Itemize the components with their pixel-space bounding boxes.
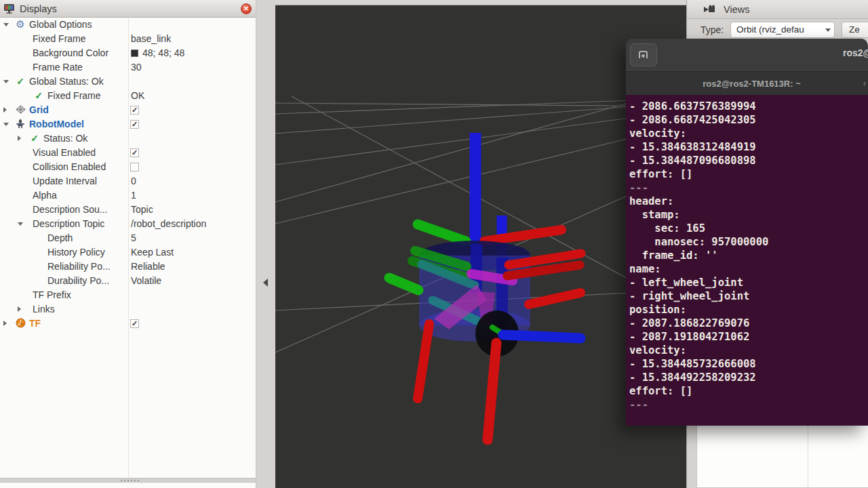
terminal-output[interactable]: - 2086.6637576389994- 2086.6687425042305… — [626, 95, 868, 426]
tree-row-frame-rate[interactable]: Frame Rate30 — [0, 60, 255, 75]
tree-row-label: Background Color — [33, 47, 108, 58]
tree-row-tf[interactable]: TF✓ — [0, 317, 255, 331]
tf-icon — [14, 318, 26, 329]
robot-model-icon — [14, 119, 26, 129]
terminal-line: effort: [] — [629, 167, 868, 181]
tree-row-update-interval[interactable]: Update Interval0 — [0, 174, 255, 188]
tree-row-label: Global Status: Ok — [29, 76, 104, 87]
views-panel-title: Views — [724, 4, 749, 15]
check-icon: ✓ — [33, 90, 45, 101]
tree-row-background-color[interactable]: Background Color48; 48; 48 — [0, 46, 255, 60]
expand-collapse-arrow-icon[interactable] — [18, 222, 23, 226]
tree-row-tf-prefix[interactable]: TF Prefix — [0, 288, 255, 302]
check-icon: ✓ — [14, 76, 26, 87]
tree-row-description-sou[interactable]: Description Sou...Topic — [0, 203, 255, 217]
terminal-line: --- — [629, 398, 868, 411]
tree-row-links[interactable]: Links — [0, 302, 255, 317]
tree-row-label: Durability Po... — [47, 275, 109, 286]
tree-row-value: 1 — [131, 190, 136, 201]
tree-row-label: Links — [33, 304, 55, 314]
tree-row-label: Reliability Po... — [47, 261, 111, 272]
terminal-line: name: — [629, 262, 868, 276]
collapse-left-arrow-icon[interactable] — [263, 279, 268, 287]
horizontal-splitter[interactable] — [0, 478, 275, 483]
tree-row-value: OK — [131, 90, 144, 101]
tree-row-value: Keep Last — [131, 247, 174, 258]
terminal-window: ros2@ ros2@ros2-TM1613R: ~ ‹ - 2086.6637… — [626, 39, 868, 426]
tree-row-fixed-frame[interactable]: ✓Fixed FrameOK — [0, 89, 255, 103]
tree-row-visual-enabled[interactable]: Visual Enabled✓ — [0, 146, 255, 160]
tree-row-value: Volatile — [131, 275, 161, 286]
zero-button[interactable]: Ze — [842, 22, 868, 38]
views-panel-header[interactable]: Views — [687, 0, 868, 19]
tree-row-label: Grid — [29, 104, 49, 115]
tree-row-robotmodel[interactable]: RobotModel✓ — [0, 117, 255, 131]
row-checkbox[interactable]: ✓ — [130, 120, 139, 129]
expand-expand-arrow-icon[interactable] — [18, 136, 21, 141]
tree-row-label: Update Interval — [33, 176, 97, 186]
tree-row-value: 5 — [131, 232, 136, 243]
expand-expand-arrow-icon[interactable] — [3, 321, 7, 326]
chevron-down-icon — [825, 28, 831, 32]
color-swatch — [131, 49, 138, 57]
tree-row-alpha[interactable]: Alpha1 — [0, 188, 255, 203]
terminal-line: - 15.384638312484919 — [629, 140, 868, 154]
tree-row-value: 48; 48; 48 — [142, 47, 184, 58]
tree-row-depth[interactable]: Depth5 — [0, 231, 255, 245]
tree-row-history-policy[interactable]: History PolicyKeep Last — [0, 245, 255, 260]
tree-row-reliability-po[interactable]: Reliability Po...Reliable — [0, 260, 255, 274]
tree-row-label: Status: Ok — [43, 133, 87, 144]
displays-panel: Displays ✕ ⚙Global OptionsFixed Framebas… — [0, 0, 256, 488]
terminal-line: - 2086.6687425042305 — [629, 113, 868, 127]
tree-row-description-topic[interactable]: Description Topic/robot_description — [0, 217, 255, 231]
tree-row-global-status-ok[interactable]: ✓Global Status: Ok — [0, 75, 255, 89]
terminal-line: velocity: — [629, 344, 868, 357]
displays-panel-header[interactable]: Displays ✕ — [0, 0, 256, 18]
tab-scroll-icon[interactable]: ‹ — [863, 79, 866, 88]
expand-collapse-arrow-icon[interactable] — [3, 123, 9, 126]
terminal-line: effort: [] — [629, 384, 868, 398]
expand-collapse-arrow-icon[interactable] — [3, 80, 9, 83]
tree-row-global-options[interactable]: ⚙Global Options — [0, 18, 255, 32]
tree-row-status-ok[interactable]: ✓Status: Ok — [0, 131, 255, 146]
terminal-line: header: — [629, 195, 868, 208]
terminal-line: - 2087.191804271062 — [629, 330, 868, 344]
row-checkbox[interactable]: ✓ — [130, 148, 139, 157]
terminal-window-title: ros2@ — [843, 47, 868, 58]
terminal-line: - right_wheel_joint — [629, 289, 868, 303]
expand-expand-arrow-icon[interactable] — [18, 306, 21, 312]
tree-row-grid[interactable]: Grid✓ — [0, 103, 255, 117]
tree-row-value: 30 — [131, 62, 142, 73]
tree-row-label: Fixed Frame — [47, 90, 101, 101]
view-type-dropdown[interactable]: Orbit (rviz_defau — [730, 22, 835, 38]
close-panel-button[interactable]: ✕ — [241, 3, 252, 14]
rviz-window: Displays ✕ ⚙Global OptionsFixed Framebas… — [0, 0, 868, 488]
row-checkbox[interactable]: ✓ — [130, 106, 139, 115]
tree-row-label: Description Topic — [33, 218, 104, 229]
tree-row-label: Alpha — [33, 190, 57, 201]
lower-panel-edge — [0, 483, 256, 488]
check-icon: ✓ — [28, 133, 41, 144]
tree-row-fixed-frame[interactable]: Fixed Framebase_link — [0, 32, 255, 46]
terminal-line: - 2087.186822769076 — [629, 317, 868, 330]
tree-row-label: TF — [29, 318, 41, 329]
terminal-tab[interactable]: ros2@ros2-TM1613R: ~ — [693, 79, 801, 89]
views-type-row: Type: Orbit (rviz_defau Ze — [687, 19, 868, 41]
tree-row-value: Topic — [131, 204, 153, 215]
terminal-headerbar[interactable]: ros2@ — [626, 39, 868, 71]
terminal-line: nanosec: 957000000 — [629, 235, 868, 249]
tree-row-value: 0 — [131, 176, 136, 186]
robot-model-3d — [389, 133, 581, 440]
tree-row-durability-po[interactable]: Durability Po...Volatile — [0, 274, 255, 288]
tree-row-value: Reliable — [131, 261, 165, 272]
tree-row-collision-enabled[interactable]: Collision Enabled — [0, 160, 255, 174]
terminal-line: sec: 165 — [629, 222, 868, 235]
row-checkbox[interactable]: ✓ — [130, 319, 139, 328]
displays-panel-title: Displays — [20, 3, 57, 14]
expand-expand-arrow-icon[interactable] — [3, 107, 7, 113]
new-tab-button[interactable] — [630, 43, 657, 66]
row-checkbox[interactable] — [130, 163, 139, 171]
expand-collapse-arrow-icon[interactable] — [3, 23, 9, 26]
tree-row-label: Description Sou... — [33, 204, 108, 215]
view-type-value: Orbit (rviz_defau — [736, 24, 804, 35]
